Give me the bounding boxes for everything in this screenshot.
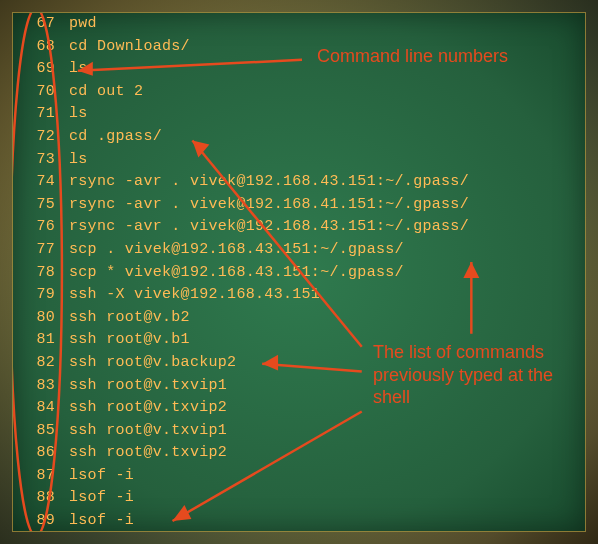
command-text: scp * vivek@192.168.43.151:~/.gpass/ [69,264,404,281]
history-row: 68cd Downloads/ [21,38,469,61]
history-row: 73ls [21,151,469,174]
line-number: 80 [21,309,55,326]
command-text: cd out 2 [69,83,143,100]
history-row: 67pwd [21,15,469,38]
history-row: 72cd .gpass/ [21,128,469,151]
history-row: 76rsync -avr . vivek@192.168.43.151:~/.g… [21,218,469,241]
command-text: ssh -X vivek@192.168.43.151 [69,286,320,303]
command-text: ssh root@v.txvip1 [69,422,227,439]
command-text: ssh root@v.txvip2 [69,444,227,461]
terminal-window: 67pwd68cd Downloads/69ls70cd out 271ls72… [12,12,586,532]
line-number: 70 [21,83,55,100]
command-text: rsync -avr . vivek@192.168.43.151:~/.gpa… [69,173,469,190]
line-number: 77 [21,241,55,258]
history-row: 74rsync -avr . vivek@192.168.43.151:~/.g… [21,173,469,196]
history-row: 87lsof -i [21,467,469,490]
line-number: 84 [21,399,55,416]
history-row: 84ssh root@v.txvip2 [21,399,469,422]
line-number: 74 [21,173,55,190]
line-number: 81 [21,331,55,348]
command-text: ls [69,60,88,77]
line-number: 82 [21,354,55,371]
line-number: 83 [21,377,55,394]
history-row: 85ssh root@v.txvip1 [21,422,469,445]
line-number: 67 [21,15,55,32]
history-row: 81ssh root@v.b1 [21,331,469,354]
command-text: ssh root@v.backup2 [69,354,236,371]
history-row: 71ls [21,105,469,128]
command-text: lsof -i [69,512,134,529]
line-number: 86 [21,444,55,461]
command-text: ssh root@v.txvip1 [69,377,227,394]
command-text: ssh root@v.b1 [69,331,190,348]
history-row: 69ls [21,60,469,83]
line-number: 72 [21,128,55,145]
image-frame: 67pwd68cd Downloads/69ls70cd out 271ls72… [0,0,598,544]
command-text: rsync -avr . vivek@192.168.41.151:~/.gpa… [69,196,469,213]
history-row: 79ssh -X vivek@192.168.43.151 [21,286,469,309]
history-row: 75rsync -avr . vivek@192.168.41.151:~/.g… [21,196,469,219]
command-text: ssh root@v.b2 [69,309,190,326]
history-row: 70cd out 2 [21,83,469,106]
history-row: 88lsof -i [21,489,469,512]
history-row: 86ssh root@v.txvip2 [21,444,469,467]
command-text: scp . vivek@192.168.43.151:~/.gpass/ [69,241,404,258]
line-number: 85 [21,422,55,439]
line-number: 68 [21,38,55,55]
line-number: 79 [21,286,55,303]
command-text: lsof -i [69,489,134,506]
command-text: pwd [69,15,97,32]
line-number: 69 [21,60,55,77]
command-text: rsync -avr . vivek@192.168.43.151:~/.gpa… [69,218,469,235]
history-row: 82ssh root@v.backup2 [21,354,469,377]
line-number: 71 [21,105,55,122]
line-number: 75 [21,196,55,213]
command-text: lsof -i [69,467,134,484]
command-text: ls [69,151,88,168]
history-row: 80ssh root@v.b2 [21,309,469,332]
history-row: 78scp * vivek@192.168.43.151:~/.gpass/ [21,264,469,287]
history-row: 89lsof -i [21,512,469,532]
line-number: 89 [21,512,55,529]
command-text: cd .gpass/ [69,128,162,145]
command-text: ssh root@v.txvip2 [69,399,227,416]
line-number: 78 [21,264,55,281]
history-list: 67pwd68cd Downloads/69ls70cd out 271ls72… [13,13,469,532]
line-number: 88 [21,489,55,506]
history-row: 83ssh root@v.txvip1 [21,377,469,400]
history-row: 77scp . vivek@192.168.43.151:~/.gpass/ [21,241,469,264]
command-text: cd Downloads/ [69,38,190,55]
command-text: ls [69,105,88,122]
line-number: 73 [21,151,55,168]
line-number: 87 [21,467,55,484]
line-number: 76 [21,218,55,235]
